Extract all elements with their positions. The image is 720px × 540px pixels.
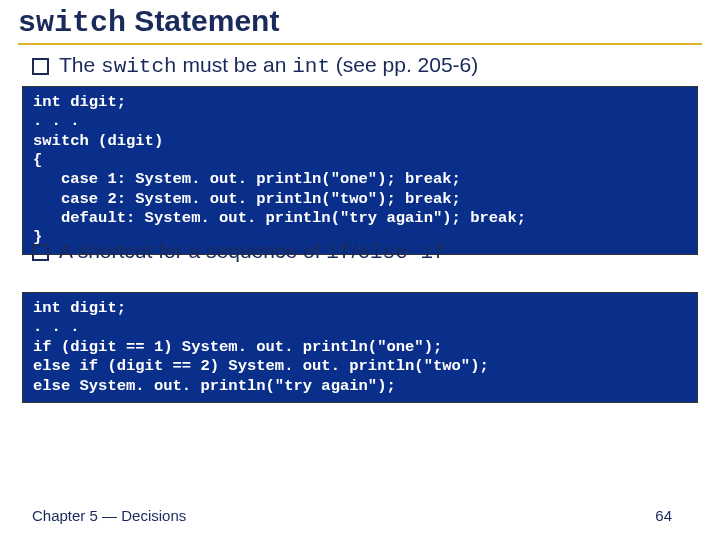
title-mono: switch xyxy=(18,6,126,40)
bullet-1-mono2: int xyxy=(292,55,330,78)
footer-right: 64 xyxy=(655,507,672,524)
title-rest: Statement xyxy=(126,4,279,37)
bullet-1-mid: must be an xyxy=(177,53,293,76)
code-block-1: int digit; . . . switch (digit) { case 1… xyxy=(22,86,698,255)
code-block-2: int digit; . . . if (digit == 1) System.… xyxy=(22,292,698,403)
title-rule xyxy=(18,43,702,45)
bullet-1-mono1: switch xyxy=(101,55,177,78)
bullet-2-pre: A shortcut for a sequence of xyxy=(59,239,326,262)
bullet-box-icon xyxy=(32,244,49,261)
bullet-box-icon xyxy=(32,58,49,75)
slide-title: switch Statement xyxy=(18,4,702,41)
bullet-2: A shortcut for a sequence of if/else if xyxy=(32,237,702,266)
bullet-1-post: (see pp. 205-6) xyxy=(330,53,478,76)
bullet-1-pre: The xyxy=(59,53,101,76)
bullet-2-mono1: if xyxy=(326,241,351,264)
bullet-1: The switch must be an int (see pp. 205-6… xyxy=(32,51,702,80)
footer-left: Chapter 5 — Decisions xyxy=(32,507,186,524)
bullet-2-text: A shortcut for a sequence of if/else if xyxy=(59,237,446,266)
bullet-2-mono2: else if xyxy=(357,241,445,264)
bullet-1-text: The switch must be an int (see pp. 205-6… xyxy=(59,51,478,80)
footer: Chapter 5 — Decisions 64 xyxy=(0,507,720,524)
